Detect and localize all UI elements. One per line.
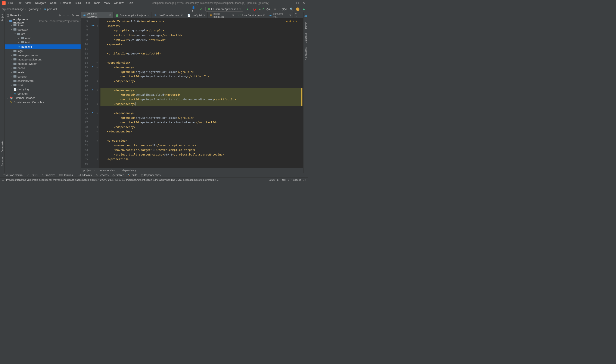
close-icon[interactable]: ✕ bbox=[263, 14, 265, 17]
tree-item-pom-xml[interactable]: mpom.xml bbox=[5, 91, 80, 96]
breadcrumb[interactable]: equipment-manage 〉 gateway 〉 m pom.xml bbox=[2, 7, 57, 11]
tree-item-test[interactable]: ▸test bbox=[5, 40, 80, 44]
tree-item-pom-xml[interactable]: mpom.xml bbox=[5, 44, 80, 49]
run-button[interactable] bbox=[245, 7, 250, 12]
select-opened-file-icon[interactable]: ⊕ bbox=[59, 14, 61, 17]
menu-file[interactable]: File bbox=[7, 1, 14, 5]
tool-problems[interactable]: ⚠Problems bbox=[41, 174, 55, 177]
tool-todo[interactable]: ☑TODO bbox=[27, 174, 37, 177]
run-coverage-button[interactable]: ▶⎇ bbox=[259, 7, 264, 12]
run-configuration[interactable]: EquipmentApplication ▾ bbox=[205, 7, 243, 12]
menu-edit[interactable]: Edit bbox=[15, 1, 23, 5]
tool-services[interactable]: ⚙Services bbox=[95, 174, 108, 177]
tool-build[interactable]: 🔨Build bbox=[127, 174, 137, 177]
collapse-all-icon[interactable]: ≣ bbox=[67, 14, 69, 17]
bookmarks-tool-button[interactable]: Bookmarks bbox=[1, 141, 4, 152]
tab-config-txt[interactable]: 📄config.txt✕ bbox=[185, 13, 208, 18]
user-icon[interactable]: 👤▾ bbox=[192, 7, 196, 12]
close-icon[interactable]: ✕ bbox=[232, 14, 234, 17]
tree-item-sentinel[interactable]: ▸sentinel bbox=[5, 74, 80, 78]
hide-icon[interactable]: — bbox=[76, 14, 79, 17]
close-icon[interactable]: ✕ bbox=[147, 14, 149, 17]
stop-button[interactable]: ■ bbox=[273, 7, 277, 12]
profile-button[interactable]: ◷▾ bbox=[266, 7, 271, 12]
tree-item-manage-common[interactable]: ▸manage-common bbox=[5, 53, 80, 57]
tab-nacos-config-sh[interactable]: ⌘nacos-config.sh✕ bbox=[208, 13, 236, 18]
tabs-overflow[interactable]: ▾ ⋮ bbox=[294, 13, 303, 18]
tree-root[interactable]: ▾equipment-manageD:\YhcResource\myProjec… bbox=[5, 19, 80, 23]
close-icon[interactable]: ✕ bbox=[181, 14, 183, 17]
tool-profiler[interactable]: ◷Profiler bbox=[112, 174, 123, 177]
back-arrow-icon[interactable]: ↙ bbox=[199, 7, 203, 12]
editor-gutter[interactable]: 5678910111213141516171819202122232425262… bbox=[81, 18, 99, 168]
menu-vcs[interactable]: VCS bbox=[102, 1, 112, 5]
tree-item-gateway[interactable]: ▾gateway bbox=[5, 27, 80, 32]
tree-external-libraries[interactable]: ▸📚External Libraries bbox=[5, 96, 80, 100]
tool-dependencies[interactable]: ⬚Dependencies bbox=[141, 174, 161, 177]
editor-breadcrumbs[interactable]: project 〉 dependencies 〉 dependency bbox=[81, 168, 303, 173]
plugin-icon[interactable]: ▶ bbox=[302, 7, 306, 12]
tab-systemapplication-java[interactable]: ⬤SystemApplication.java✕ bbox=[113, 13, 152, 18]
tree-item--idea[interactable]: ▸.idea bbox=[5, 23, 80, 27]
maven-tool-button[interactable]: Maven bbox=[305, 22, 307, 29]
close-icon[interactable]: ✕ bbox=[109, 14, 111, 16]
breadcrumb-file[interactable]: pom.xml bbox=[47, 8, 57, 11]
tree-item-seata[interactable]: ▸seata bbox=[5, 70, 80, 74]
breadcrumb-root[interactable]: equipment-manage bbox=[2, 8, 24, 11]
database-tool-button[interactable]: Database bbox=[305, 33, 307, 43]
menu-view[interactable]: View bbox=[24, 1, 33, 5]
tool-version-control[interactable]: ⎇Version Control bbox=[2, 174, 23, 177]
tree-item-src[interactable]: ▾src bbox=[5, 32, 80, 36]
tool-endpoints[interactable]: ⇥Endpoints bbox=[77, 174, 92, 177]
settings-icon[interactable]: ⚙ bbox=[71, 14, 74, 17]
ide-updates-icon[interactable]: ↑ bbox=[296, 7, 299, 11]
project-panel-title[interactable]: Project bbox=[10, 14, 19, 17]
status-message[interactable]: Provides transitive vulnerable dependenc… bbox=[6, 179, 267, 181]
maximize-button[interactable]: ☐ bbox=[296, 1, 299, 4]
menu-window[interactable]: Window bbox=[112, 1, 125, 5]
status-indent[interactable]: 4 spaces bbox=[291, 179, 301, 181]
notifications-tool-button[interactable]: Notifications bbox=[305, 47, 307, 60]
menu-run[interactable]: Run bbox=[83, 1, 92, 5]
tree-item-nacos[interactable]: ▸nacos bbox=[5, 66, 80, 70]
tree-item-work[interactable]: ▸work bbox=[5, 83, 80, 87]
close-button[interactable]: ✕ bbox=[303, 1, 305, 4]
status-extra[interactable]: ♪♫ bbox=[303, 179, 306, 181]
close-icon[interactable]: ✕ bbox=[289, 14, 291, 17]
search-icon[interactable]: 🔍 bbox=[289, 7, 294, 12]
project-tree[interactable]: ▾equipment-manageD:\YhcResource\myProjec… bbox=[5, 18, 80, 173]
tree-item-manage-system[interactable]: ▸manage-system bbox=[5, 62, 80, 66]
menu-help[interactable]: Help bbox=[126, 1, 135, 5]
close-icon[interactable]: ✕ bbox=[203, 14, 205, 17]
menu-tools[interactable]: Tools bbox=[92, 1, 102, 5]
tab-userservice-java[interactable]: ⒾUserService.java✕ bbox=[236, 13, 268, 18]
tool-terminal[interactable]: ⌨Terminal bbox=[59, 174, 73, 177]
status-encoding[interactable]: UTF-8 bbox=[282, 179, 289, 181]
tab-pom-xml--m---[interactable]: mpom.xml (m...✕ bbox=[267, 13, 294, 18]
more-icon[interactable]: ⋮ bbox=[299, 20, 301, 23]
menu-refactor[interactable]: Refactor bbox=[59, 1, 73, 5]
project-tool-button[interactable]: Project bbox=[1, 14, 4, 21]
status-icon[interactable]: ☐ bbox=[2, 178, 4, 181]
chevron-down-icon[interactable]: ▾ bbox=[20, 14, 22, 17]
structure-tool-button[interactable]: Structure bbox=[1, 156, 4, 166]
chevron-down-icon[interactable]: ∨ bbox=[295, 20, 297, 23]
expand-all-icon[interactable]: ≡ bbox=[63, 14, 65, 17]
maven-tool-icon[interactable]: m bbox=[304, 14, 307, 17]
menu-build[interactable]: Build bbox=[73, 1, 83, 5]
tree-scratches[interactable]: ✎Scratches and Consoles bbox=[5, 100, 80, 104]
chevron-up-icon[interactable]: ∧ bbox=[292, 20, 294, 23]
tree-item-sessionStore[interactable]: ▸sessionStore bbox=[5, 78, 80, 83]
inspection-widget[interactable]: ▲ 4 ∧ ∨ ⋮ bbox=[286, 20, 301, 23]
tree-item-main[interactable]: ▸main bbox=[5, 36, 80, 40]
menu-navigate[interactable]: Navigate bbox=[33, 1, 48, 5]
breadcrumb-module[interactable]: gateway bbox=[29, 8, 39, 11]
menu-code[interactable]: Code bbox=[48, 1, 58, 5]
minimize-button[interactable]: — bbox=[290, 1, 292, 4]
status-line-sep[interactable]: LF bbox=[277, 179, 280, 181]
tree-item-manage-equipment[interactable]: ▸manage-equipment bbox=[5, 57, 80, 62]
translate-icon[interactable]: 文A bbox=[282, 7, 287, 12]
code-editor[interactable]: <modelVersion>4.0.0</modelVersion> <pare… bbox=[99, 18, 303, 168]
debug-button[interactable]: 🐞 bbox=[252, 7, 257, 12]
tree-item-logs[interactable]: ▸logs bbox=[5, 49, 80, 53]
